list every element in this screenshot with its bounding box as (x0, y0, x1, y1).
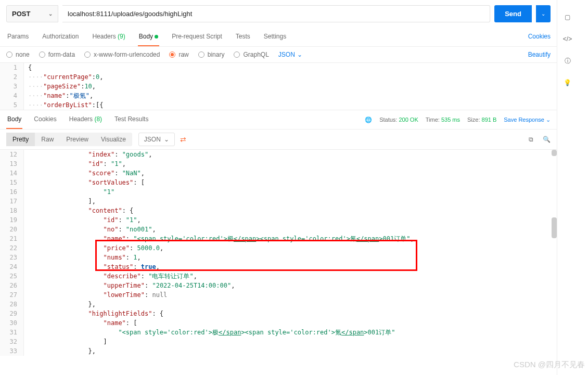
view-visualize[interactable]: Visualize (95, 133, 132, 146)
response-line: 31 "<span style='color:red'>极</span><spa… (0, 328, 557, 337)
response-line: 23 "nums": 1, (0, 253, 557, 262)
chevron-down-icon: ⌄ (297, 51, 302, 58)
response-line: 22 "price": 5000.0, (0, 243, 557, 253)
lightbulb-icon[interactable]: 💡 (563, 78, 572, 87)
resp-tab-body[interactable]: Body (6, 110, 22, 129)
response-line: 28 }, (0, 300, 557, 309)
response-tabs: Body Cookies Headers (8) Test Results 🌐 … (0, 110, 557, 130)
radio-form-data[interactable]: form-data (39, 51, 75, 58)
editor-line: 4····"name":"极氪", (0, 91, 557, 100)
editor-line: 3····"pageSize":10, (0, 82, 557, 91)
radio-raw[interactable]: raw (169, 51, 188, 58)
body-type-row: none form-data x-www-form-urlencoded raw… (0, 47, 557, 63)
response-line: 26 "upperTime": "2022-04-25T14:00:00", (0, 281, 557, 290)
radio-graphql[interactable]: GraphQL (234, 51, 269, 58)
response-line: 15 "sortValues": [ (0, 178, 557, 187)
response-line: 27 "lowerTime": null (0, 290, 557, 300)
response-status-area: 🌐 Status: 200 OK Time: 535 ms Size: 891 … (365, 117, 551, 123)
resp-tab-test-results[interactable]: Test Results (113, 110, 149, 129)
tab-tests[interactable]: Tests (235, 28, 251, 46)
body-modified-dot (155, 35, 158, 38)
response-line: 33 }, (0, 346, 557, 356)
response-line: 16 "1" (0, 187, 557, 197)
url-input[interactable]: localhost:8111/upload/es/goods/highLight (62, 5, 490, 22)
response-line: 17 ], (0, 197, 557, 206)
editor-line: 2····"currentPage":0, (0, 72, 557, 82)
response-line: 20 "no": "no001", (0, 225, 557, 234)
response-line: 13 "id": "1", (0, 159, 557, 169)
resp-tab-cookies[interactable]: Cookies (33, 110, 57, 129)
comments-icon[interactable]: ▢ (563, 12, 572, 22)
chevron-down-icon: ⌄ (48, 11, 53, 17)
globe-icon[interactable]: 🌐 (365, 117, 372, 123)
radio-x-www-form-urlencoded[interactable]: x-www-form-urlencoded (84, 51, 160, 58)
response-line: 25 "describe": "电车转让订单", (0, 271, 557, 281)
copy-icon[interactable]: ⧉ (529, 136, 533, 143)
radio-none[interactable]: none (6, 51, 30, 58)
request-tabs: Params Authorization Headers (9) Body Pr… (0, 28, 557, 47)
cookies-link[interactable]: Cookies (528, 28, 551, 45)
view-pretty[interactable]: Pretty (6, 133, 35, 146)
watermark: CSDN @四月不见春 (514, 360, 585, 370)
send-dropdown-button[interactable]: ⌄ (536, 5, 551, 22)
response-line: 29 "highlightFields": { (0, 309, 557, 318)
info-icon[interactable]: ⓘ (563, 56, 572, 66)
response-line: 21 "name": "<span style='color:red'>极</s… (0, 234, 557, 243)
tab-params[interactable]: Params (6, 28, 30, 46)
tab-body[interactable]: Body (138, 28, 159, 46)
response-body-viewer[interactable]: 12 "index": "goods",13 "id": "1",14 "sco… (0, 150, 557, 358)
tab-headers[interactable]: Headers (9) (91, 28, 126, 46)
tab-authorization[interactable]: Authorization (41, 28, 80, 46)
chevron-down-icon: ⌄ (164, 136, 169, 143)
editor-line: 5····"orderByList":[{ (0, 100, 557, 110)
response-view-bar: Pretty Raw Preview Visualize JSON⌄ ⇄ ⧉ 🔍 (0, 130, 557, 150)
tab-prerequest[interactable]: Pre-request Script (171, 28, 223, 46)
raw-type-dropdown[interactable]: JSON⌄ (278, 51, 302, 58)
wrap-lines-icon[interactable]: ⇄ (180, 135, 186, 144)
request-url-bar: POST ⌄ localhost:8111/upload/es/goods/hi… (0, 0, 557, 28)
response-type-dropdown[interactable]: JSON⌄ (138, 133, 175, 146)
response-line: 12 "index": "goods", (0, 150, 557, 159)
status-time: 535 ms (441, 117, 460, 123)
search-icon[interactable]: 🔍 (543, 136, 551, 143)
response-line: 18 "content": { (0, 206, 557, 215)
view-raw[interactable]: Raw (35, 133, 60, 146)
right-sidebar: ▢ </> ⓘ 💡 (557, 0, 578, 375)
method-value: POST (12, 10, 30, 18)
radio-binary[interactable]: binary (198, 51, 225, 58)
beautify-link[interactable]: Beautify (528, 51, 551, 58)
tab-settings[interactable]: Settings (263, 28, 287, 46)
method-dropdown[interactable]: POST ⌄ (6, 5, 58, 22)
code-icon[interactable]: </> (563, 34, 572, 44)
response-line: 24 "status": true, (0, 262, 557, 271)
response-line: 32 ] (0, 337, 557, 346)
editor-line: 1{ (0, 63, 557, 72)
response-line: 30 "name": [ (0, 318, 557, 328)
response-line: 19 "id": "1", (0, 215, 557, 225)
scrollbar-thumb[interactable] (552, 217, 557, 238)
status-code: 200 OK (399, 117, 418, 123)
request-body-editor[interactable]: 1{2····"currentPage":0,3····"pageSize":1… (0, 63, 557, 110)
send-button[interactable]: Send (494, 5, 532, 22)
resp-tab-headers[interactable]: Headers (8) (68, 110, 103, 129)
status-size: 891 B (482, 117, 497, 123)
view-preview[interactable]: Preview (60, 133, 95, 146)
scrollbar-marker[interactable] (552, 150, 557, 156)
save-response-dropdown[interactable]: Save Response ⌄ (504, 117, 551, 123)
response-line: 14 "score": "NaN", (0, 169, 557, 178)
